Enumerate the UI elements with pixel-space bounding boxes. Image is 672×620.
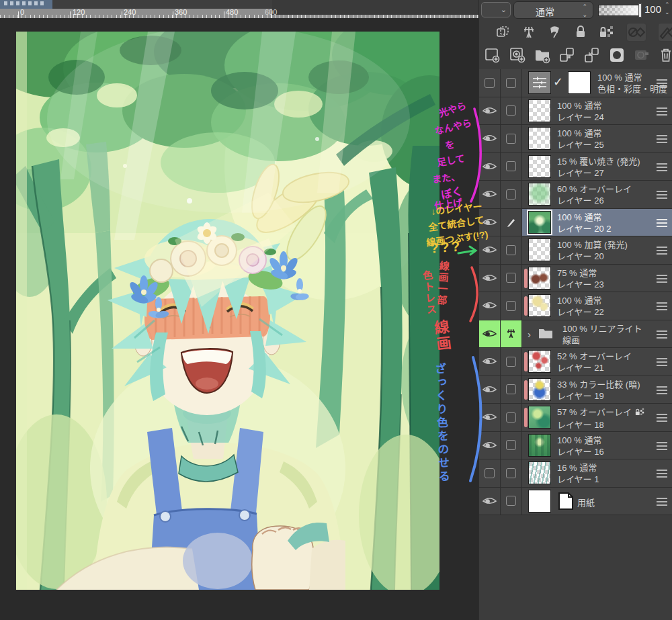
layer-menu-icon[interactable]: [657, 135, 667, 145]
visibility-toggle-eye-icon[interactable]: [479, 265, 501, 292]
layer-thumbnail[interactable]: [528, 183, 551, 206]
visibility-toggle-eye-icon[interactable]: [479, 432, 501, 459]
layer-row-content[interactable]: 100 % 加算 (発光)レイヤー 20: [522, 236, 672, 264]
blend-mode-select[interactable]: 通常 ⌃⌄: [513, 1, 593, 19]
layer-row[interactable]: 33 % カラー比較 (暗)レイヤー 19: [479, 376, 672, 404]
draft-layer-icon[interactable]: [548, 24, 562, 41]
visibility-toggle-off[interactable]: [479, 459, 501, 487]
layer-thumbnail[interactable]: [528, 434, 551, 457]
layer-menu-icon[interactable]: [657, 442, 667, 452]
layer-row[interactable]: ✓100 % 通常色相・彩度・明度: [479, 69, 672, 97]
visibility-toggle-eye-icon[interactable]: [479, 488, 501, 515]
layer-thumbnail[interactable]: [528, 99, 551, 122]
layer-menu-icon[interactable]: [657, 191, 667, 201]
layer-menu-icon[interactable]: [657, 275, 667, 285]
layer-menu-icon[interactable]: [657, 163, 667, 173]
layer-row[interactable]: 100 % 通常レイヤー 25: [479, 125, 672, 153]
visibility-toggle-eye-icon[interactable]: [479, 181, 501, 208]
layer-row-content[interactable]: 100 % 通常レイヤー 25: [522, 125, 672, 152]
layer-menu-icon[interactable]: [657, 219, 667, 229]
visibility-toggle-eye-icon[interactable]: [479, 209, 501, 236]
editing-pencil-icon[interactable]: [501, 209, 522, 236]
layer-checkbox[interactable]: [501, 265, 522, 292]
layer-checkbox[interactable]: [501, 376, 522, 404]
visibility-toggle-eye-icon[interactable]: [479, 97, 501, 125]
visibility-toggle-eye-icon[interactable]: [479, 348, 501, 375]
layer-row[interactable]: 60 % オーバーレイレイヤー 26: [479, 181, 672, 209]
layer-row-content[interactable]: 52 % オーバーレイレイヤー 21: [522, 348, 672, 375]
transfer-to-lower-icon[interactable]: [558, 46, 576, 64]
layer-folder-row[interactable]: ›100 % リニアライト線画: [479, 320, 672, 349]
delete-layer-icon[interactable]: [658, 46, 672, 64]
expander-icon[interactable]: ›: [528, 328, 531, 340]
visibility-toggle-off[interactable]: [479, 69, 501, 97]
visibility-toggle-eye-icon[interactable]: [479, 320, 501, 348]
layer-row-content[interactable]: 57 % オーバーレイレイヤー 18: [522, 404, 672, 431]
layer-menu-icon[interactable]: [657, 470, 667, 480]
layer-checkbox[interactable]: [501, 181, 522, 208]
layer-thumbnail[interactable]: [568, 71, 591, 94]
layer-row-content[interactable]: 100 % 通常レイヤー 16: [522, 432, 672, 459]
new-layer-settings-icon[interactable]: [509, 46, 526, 64]
layer-thumbnail[interactable]: [528, 294, 551, 317]
opacity-slider[interactable]: [598, 5, 641, 16]
layer-menu-icon[interactable]: [657, 358, 667, 368]
layer-checkbox[interactable]: [501, 488, 522, 515]
layer-checkbox[interactable]: [501, 236, 522, 264]
layer-row-content[interactable]: 75 % 通常レイヤー 23: [522, 265, 672, 292]
effect-combo[interactable]: ⌄: [481, 2, 511, 17]
layer-checkbox[interactable]: [501, 292, 522, 320]
layer-row[interactable]: 100 % 加算 (発光)レイヤー 20: [479, 236, 672, 265]
layer-row[interactable]: 15 % 覆い焼き (発光)レイヤー 27: [479, 153, 672, 181]
layer-row-content[interactable]: 33 % カラー比較 (暗)レイヤー 19: [522, 376, 672, 404]
link-mask-icon[interactable]: [658, 23, 672, 42]
layer-row-content[interactable]: 100 % 通常レイヤー 20 2: [522, 209, 672, 236]
apply-mask-icon[interactable]: [633, 46, 650, 64]
layer-menu-icon[interactable]: [657, 107, 667, 118]
layer-thumbnail[interactable]: [528, 267, 551, 290]
layer-row[interactable]: 100 % 通常レイヤー 16: [479, 432, 672, 460]
layer-row[interactable]: 52 % オーバーレイレイヤー 21: [479, 348, 672, 376]
visibility-toggle-eye-icon[interactable]: [479, 153, 501, 181]
layer-row[interactable]: 16 % 通常レイヤー 1: [479, 459, 672, 488]
visibility-toggle-eye-icon[interactable]: [479, 404, 501, 431]
layer-thumbnail[interactable]: [528, 155, 551, 178]
layer-row-content[interactable]: ✓100 % 通常色相・彩度・明度: [522, 69, 672, 97]
layer-row-content[interactable]: 100 % 通常レイヤー 22: [522, 292, 672, 320]
enable-mask-icon[interactable]: [626, 23, 646, 42]
adjustment-layer-icon[interactable]: [528, 71, 551, 94]
layer-row[interactable]: 100 % 通常レイヤー 24: [479, 97, 672, 126]
layer-menu-icon[interactable]: [657, 247, 667, 257]
layer-menu-icon[interactable]: [657, 330, 667, 341]
clip-to-layer-icon[interactable]: [495, 24, 510, 41]
merge-to-lower-icon[interactable]: [583, 46, 601, 64]
layer-thumbnail[interactable]: [528, 378, 551, 401]
layer-thumbnail[interactable]: [528, 406, 551, 429]
visibility-toggle-eye-icon[interactable]: [479, 125, 501, 152]
lock-transparent-pixels-icon[interactable]: [599, 24, 615, 41]
slider-handle[interactable]: [638, 3, 642, 17]
layer-mask-icon[interactable]: [608, 46, 626, 64]
layer-checkbox[interactable]: [501, 348, 522, 375]
layer-thumbnail[interactable]: [528, 211, 551, 234]
layer-thumbnail[interactable]: [528, 490, 551, 513]
layer-checkbox[interactable]: [501, 432, 522, 459]
lock-layer-icon[interactable]: [574, 24, 587, 41]
folder-icon[interactable]: [538, 327, 553, 342]
layer-thumbnail[interactable]: [528, 461, 551, 484]
reference-toggle-icon[interactable]: [501, 320, 522, 348]
layer-menu-icon[interactable]: [657, 386, 667, 396]
layer-row[interactable]: 100 % 通常レイヤー 22: [479, 292, 672, 320]
layer-checkbox[interactable]: [501, 69, 522, 97]
visibility-toggle-eye-icon[interactable]: [479, 292, 501, 320]
layer-checkbox[interactable]: [501, 153, 522, 181]
layer-row[interactable]: 用紙: [479, 488, 672, 516]
layer-row[interactable]: 100 % 通常レイヤー 20 2: [479, 209, 672, 237]
layer-row-content[interactable]: 100 % 通常レイヤー 24: [522, 97, 672, 125]
layer-row[interactable]: 57 % オーバーレイレイヤー 18: [479, 404, 672, 432]
canvas-artwork[interactable]: [16, 32, 439, 590]
visibility-toggle-eye-icon[interactable]: [479, 376, 501, 404]
opacity-spinner[interactable]: ⌃⌄: [665, 1, 670, 16]
layer-row-content[interactable]: ›100 % リニアライト線画: [522, 320, 672, 348]
layer-menu-icon[interactable]: [657, 79, 667, 89]
